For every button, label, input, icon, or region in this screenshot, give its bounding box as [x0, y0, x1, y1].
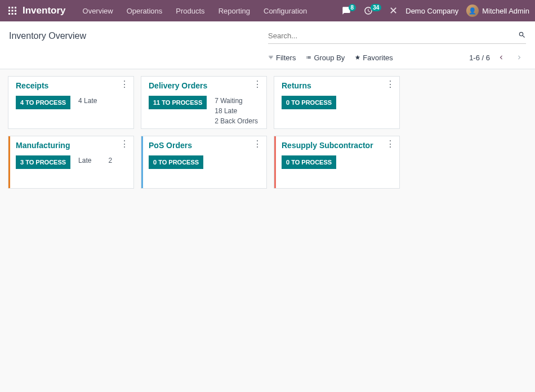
nav-item-products[interactable]: Products: [169, 0, 211, 21]
filters-label: Filters: [276, 54, 296, 62]
app-brand[interactable]: Inventory: [23, 5, 66, 16]
kanban-card[interactable]: Delivery Orders ⋮ 11 TO PROCESS 7 Waitin…: [141, 76, 267, 129]
card-menu-icon[interactable]: ⋮: [120, 80, 129, 89]
card-title[interactable]: Delivery Orders: [149, 81, 261, 90]
activities-badge: 34: [371, 4, 381, 11]
card-menu-icon[interactable]: ⋮: [386, 140, 395, 149]
activities-icon[interactable]: 34: [364, 6, 384, 15]
nav-right: 8 34 ✕ Demo Company 👤 Mitchell Admin: [342, 5, 529, 17]
stat-label[interactable]: 4 Late: [78, 96, 97, 106]
stat-label[interactable]: 2 Back Orders: [215, 116, 258, 126]
filter-bar: Filters Group By Favorites: [268, 54, 393, 62]
search-input[interactable]: [268, 29, 518, 42]
pager-prev-button[interactable]: [494, 51, 508, 64]
kanban-card[interactable]: Returns ⋮ 0 TO PROCESS: [274, 76, 400, 129]
search-container: [268, 28, 526, 44]
process-button[interactable]: 11 TO PROCESS: [149, 96, 207, 109]
nav-item-operations[interactable]: Operations: [120, 0, 170, 21]
process-button[interactable]: 0 TO PROCESS: [149, 155, 203, 169]
stat-label[interactable]: 18 Late: [215, 106, 258, 116]
svg-rect-4: [12, 10, 14, 12]
stat-value: 2: [108, 155, 112, 166]
control-panel: Inventory Overview Filters Group By Favo…: [0, 21, 535, 69]
svg-rect-1: [12, 7, 14, 8]
svg-rect-6: [8, 13, 10, 15]
messages-badge: 8: [349, 4, 356, 11]
nav-item-reporting[interactable]: Reporting: [212, 0, 257, 21]
process-button[interactable]: 3 TO PROCESS: [16, 155, 70, 169]
pager-next-button[interactable]: [512, 51, 526, 64]
card-stats: 4 Late: [78, 96, 97, 106]
card-menu-icon[interactable]: ⋮: [253, 80, 262, 89]
card-title[interactable]: Receipts: [16, 81, 128, 90]
filters-button[interactable]: Filters: [268, 54, 296, 62]
navbar: Inventory Overview Operations Products R…: [0, 0, 535, 21]
nav-item-configuration[interactable]: Configuration: [257, 0, 314, 21]
card-stats: 7 Waiting18 Late2 Back Orders: [215, 96, 258, 126]
user-menu[interactable]: 👤 Mitchell Admin: [466, 5, 529, 17]
groupby-button[interactable]: Group By: [306, 54, 345, 62]
nav-menu: Overview Operations Products Reporting C…: [76, 0, 314, 21]
pager-text[interactable]: 1-6 / 6: [469, 54, 490, 62]
nav-item-overview[interactable]: Overview: [76, 0, 120, 21]
card-title[interactable]: Returns: [282, 81, 394, 90]
page-title: Inventory Overview: [9, 31, 268, 41]
card-title[interactable]: Manufacturing: [16, 141, 128, 150]
process-button[interactable]: 0 TO PROCESS: [282, 155, 336, 169]
user-name: Mitchell Admin: [482, 7, 529, 15]
kanban-view: Receipts ⋮ 4 TO PROCESS 4 Late Delivery …: [0, 69, 535, 202]
kanban-card[interactable]: Resupply Subcontractor ⋮ 0 TO PROCESS: [274, 136, 400, 189]
kanban-card[interactable]: PoS Orders ⋮ 0 TO PROCESS: [141, 136, 267, 189]
search-icon[interactable]: [518, 31, 526, 41]
groupby-label: Group By: [314, 54, 345, 62]
card-title[interactable]: PoS Orders: [149, 141, 261, 150]
stat-label[interactable]: Late: [78, 155, 91, 166]
kanban-card[interactable]: Receipts ⋮ 4 TO PROCESS 4 Late: [8, 76, 134, 129]
company-selector[interactable]: Demo Company: [403, 7, 461, 15]
svg-rect-0: [8, 7, 10, 8]
card-menu-icon[interactable]: ⋮: [386, 80, 395, 89]
kanban-card[interactable]: Manufacturing ⋮ 3 TO PROCESS Late2: [8, 136, 134, 189]
svg-rect-2: [15, 7, 16, 8]
card-title[interactable]: Resupply Subcontractor: [282, 141, 394, 150]
messages-icon[interactable]: 8: [342, 6, 359, 15]
svg-rect-3: [8, 10, 10, 12]
svg-rect-8: [15, 13, 16, 15]
stat-label[interactable]: 7 Waiting: [215, 96, 258, 106]
apps-icon[interactable]: [6, 4, 19, 17]
card-menu-icon[interactable]: ⋮: [253, 140, 262, 149]
svg-rect-5: [15, 10, 16, 12]
card-stats: Late2: [78, 155, 112, 166]
favorites-button[interactable]: Favorites: [355, 54, 393, 62]
card-menu-icon[interactable]: ⋮: [120, 140, 129, 149]
close-icon[interactable]: ✕: [389, 5, 398, 17]
process-button[interactable]: 4 TO PROCESS: [16, 96, 70, 109]
svg-rect-7: [12, 13, 14, 15]
process-button[interactable]: 0 TO PROCESS: [282, 96, 336, 109]
avatar: 👤: [466, 5, 479, 17]
favorites-label: Favorites: [363, 54, 393, 62]
